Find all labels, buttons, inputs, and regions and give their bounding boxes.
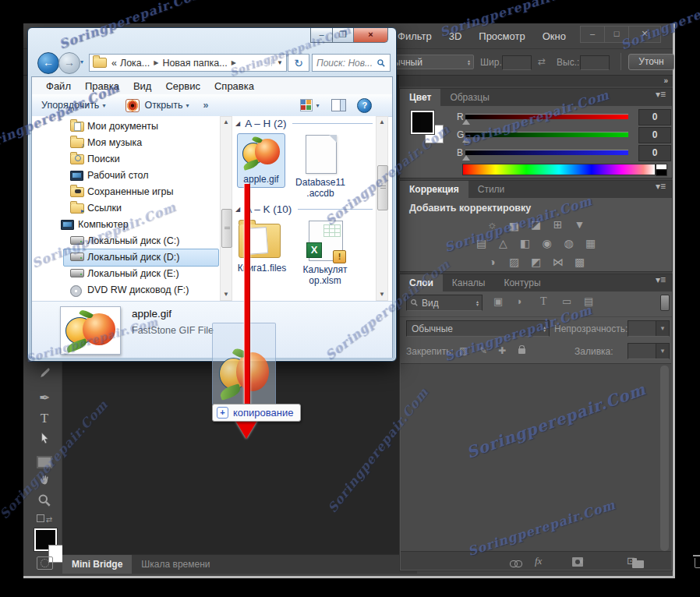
type-tool[interactable]: T [27,411,62,429]
group-expand-icon[interactable]: ◢ [235,120,240,127]
filter-adjustment-icon[interactable]: ◗ [517,295,523,307]
tab-mini-bridge[interactable]: Mini Bridge [62,555,132,574]
tab-layers[interactable]: Слои [400,274,443,291]
hand-tool[interactable] [27,473,62,492]
gradient-map-icon[interactable]: ⋈ [550,256,566,269]
forward-button[interactable]: → [58,52,80,74]
address-breadcrumb[interactable]: « Лока... ▶ Новая папка... ▶ ▼ [89,54,287,72]
layers-list[interactable] [401,363,671,553]
panel-menu-icon[interactable]: ▾≡ [656,89,672,106]
organize-button[interactable]: Упорядочить [41,100,99,111]
panel-menu-icon[interactable]: ▾≡ [656,274,672,291]
fill-dropdown[interactable]: ▾ [628,343,670,359]
close-button[interactable]: × [353,28,388,43]
tab-swatches[interactable]: Образцы [440,89,498,106]
sidebar-item-computer[interactable]: Компьютер [61,216,129,232]
menu-help[interactable]: Справка [214,80,254,92]
red-value[interactable]: 0 [638,109,671,125]
black-white-icon[interactable]: ◧ [518,237,533,250]
refine-edge-button[interactable]: Уточн [628,54,674,70]
threshold-icon[interactable]: ◩ [529,256,544,269]
adjustment-layer-icon[interactable]: ◐ [579,554,585,567]
menu-edit[interactable]: Правка [85,80,119,92]
exposure-icon[interactable]: ⊞ [550,218,566,231]
minimize-button[interactable]: – [580,26,604,43]
scrollbar-thumb[interactable] [221,209,232,248]
menu-3d[interactable]: 3D [449,30,462,42]
lock-transparency-icon[interactable]: ▨ [459,345,468,356]
layer-filter-dropdown[interactable]: Вид ▴▾ [406,295,483,311]
lock-move-icon[interactable]: ✚ [498,345,506,356]
color-spectrum-bar[interactable] [462,164,656,175]
selective-color-icon[interactable]: ▩ [572,256,588,269]
pen-tool[interactable]: ✒ [27,390,62,408]
address-dropdown-icon[interactable]: ▼ [271,59,283,66]
height-input[interactable] [580,55,610,70]
menu-filter[interactable]: Фильтр [398,30,432,42]
swap-colors-icon[interactable]: ⇄ [27,511,62,524]
maximize-button[interactable]: ❐ [332,28,354,43]
menu-file[interactable]: Файл [46,80,71,92]
menu-tools[interactable]: Сервис [165,80,200,92]
new-layer-icon[interactable]: ⊡ [627,554,635,567]
layer-style-icon[interactable]: fx [535,554,542,567]
green-slider[interactable] [465,132,628,137]
quick-mask-button[interactable] [37,556,53,570]
posterize-icon[interactable]: ▨ [507,256,522,269]
close-button[interactable]: ✕ [628,26,661,43]
green-value[interactable]: 0 [638,127,671,143]
sidebar-item-desktop[interactable]: Рабочий стол [70,167,148,183]
layer-filter-toggle[interactable] [660,295,670,311]
slider-thumb[interactable] [462,155,470,161]
nav-history-icon[interactable]: ▾ [80,58,83,65]
sidebar-item-saved-games[interactable]: Сохраненные игры [70,183,174,200]
photo-filter-icon[interactable]: ◉ [539,237,555,250]
refresh-button[interactable]: ↻ [288,54,309,72]
sidebar-item-links[interactable]: ▸Ссылки [70,200,122,216]
sidebar-item-disk-c[interactable]: Локальный диск (C:) [70,232,179,249]
file-apple-gif[interactable]: apple.gif [237,133,285,188]
slider-thumb[interactable] [462,137,470,143]
breadcrumb-current[interactable]: Новая папка... [162,58,227,69]
slider-thumb[interactable] [462,119,470,125]
layers-scrollbar[interactable] [660,366,669,551]
tab-styles[interactable]: Стили [468,181,514,198]
blend-mode-dropdown[interactable]: Обычные ▴▾ [406,320,550,337]
delete-layer-icon[interactable] [695,558,700,568]
swap-dimensions-icon[interactable]: ⇄ [538,56,546,67]
tab-color[interactable]: Цвет [400,89,440,106]
vibrance-icon[interactable]: ▼ [572,218,588,231]
brightness-contrast-icon[interactable]: ☼ [485,218,500,231]
hue-saturation-icon[interactable]: ▤ [474,237,490,250]
tab-adjustments[interactable]: Коррекция [400,181,468,198]
direct-selection-tool[interactable] [27,431,62,450]
red-slider[interactable] [465,114,628,119]
views-icon[interactable] [300,99,313,111]
panel-menu-icon[interactable]: ▾≡ [656,181,672,198]
invert-icon[interactable]: ◑ [485,256,500,269]
curves-icon[interactable]: ◪ [529,218,544,231]
group-header[interactable]: ◢ A – H (2) [235,118,373,129]
sidebar-item-disk-e[interactable]: Локальный диск (E:) [70,265,179,281]
menu-view[interactable]: Просмотр [479,30,525,42]
preview-pane-icon[interactable] [331,99,346,111]
tab-timeline[interactable]: Шкала времени [132,555,219,574]
sidebar-item-music[interactable]: ♪Моя музыка [70,134,142,150]
menu-window[interactable]: Окно [543,30,566,42]
minimize-button[interactable]: – [310,28,333,43]
foreground-color-swatch[interactable] [411,111,434,134]
zoom-tool[interactable] [27,493,62,512]
eyedropper-tool[interactable] [27,366,62,385]
open-button[interactable]: Открыть [144,100,182,111]
blue-slider[interactable] [465,150,628,155]
file-list-scrollbar[interactable]: ▲ ▼ [376,116,388,301]
sidebar-item-disk-d[interactable]: Локальный диск (D:) [70,249,179,265]
color-lookup-icon[interactable]: ▦ [583,237,599,250]
filter-type-icon[interactable]: T [540,295,547,308]
color-balance-icon[interactable]: △ [496,237,511,250]
back-button[interactable]: ← [37,52,59,74]
search-box[interactable]: Поиск: Нов... [312,54,391,72]
filter-shape-icon[interactable]: ▭ [562,295,571,307]
blue-value[interactable]: 0 [638,145,671,161]
channel-mixer-icon[interactable]: ◍ [561,237,577,250]
